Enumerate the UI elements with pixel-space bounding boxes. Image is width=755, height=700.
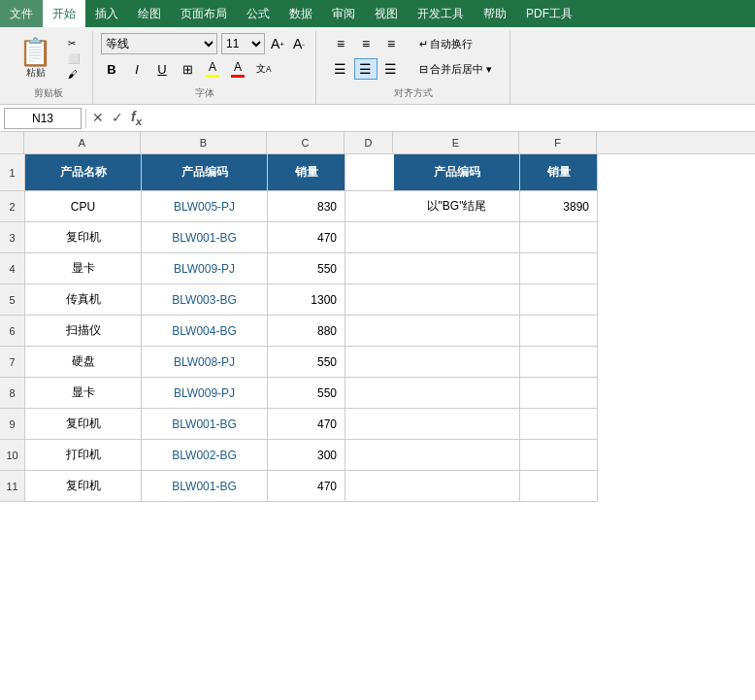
confirm-formula-icon[interactable]: ✓ bbox=[110, 110, 125, 125]
cell-8-B[interactable]: BLW009-PJ bbox=[142, 378, 268, 409]
cell-2-E[interactable]: 以"BG"结尾 bbox=[394, 191, 520, 222]
menu-review[interactable]: 审阅 bbox=[322, 0, 365, 27]
cell-2-D[interactable] bbox=[345, 191, 394, 222]
cell-8-D[interactable] bbox=[345, 378, 394, 409]
cell-7-F[interactable] bbox=[520, 347, 598, 378]
menu-insert[interactable]: 插入 bbox=[85, 0, 128, 27]
col-header-e[interactable]: E bbox=[393, 132, 519, 153]
cell-9-C[interactable]: 470 bbox=[268, 409, 345, 440]
cell-6-A[interactable]: 扫描仪 bbox=[25, 316, 142, 347]
align-top-button[interactable]: ≡ bbox=[329, 33, 352, 54]
cell-10-C[interactable]: 300 bbox=[268, 440, 345, 471]
cell-3-C[interactable]: 470 bbox=[268, 222, 345, 253]
align-center-button[interactable]: ☰ bbox=[354, 58, 378, 80]
row-header-8[interactable]: 8 bbox=[0, 378, 24, 409]
cell-6-E[interactable] bbox=[394, 316, 520, 347]
menu-file[interactable]: 文件 bbox=[0, 0, 43, 27]
cell-10-E[interactable] bbox=[394, 440, 520, 471]
cell-9-F[interactable] bbox=[520, 409, 598, 440]
row-header-6[interactable]: 6 bbox=[0, 316, 24, 347]
row-header-2[interactable]: 2 bbox=[0, 191, 24, 222]
row-header-7[interactable]: 7 bbox=[0, 347, 24, 378]
cell-11-F[interactable] bbox=[520, 471, 598, 502]
menu-home[interactable]: 开始 bbox=[43, 0, 85, 27]
cell-8-A[interactable]: 显卡 bbox=[25, 378, 142, 409]
cell-7-D[interactable] bbox=[345, 347, 394, 378]
menu-view[interactable]: 视图 bbox=[365, 0, 408, 27]
cell-1-B[interactable]: 产品编码 bbox=[142, 154, 268, 191]
cell-4-C[interactable]: 550 bbox=[268, 253, 345, 284]
menu-pdf[interactable]: PDF工具 bbox=[516, 0, 582, 27]
cell-6-D[interactable] bbox=[345, 316, 394, 347]
insert-function-icon[interactable]: fx bbox=[129, 109, 144, 127]
border-button[interactable]: ⊞ bbox=[177, 58, 198, 80]
cell-3-F[interactable] bbox=[520, 222, 598, 253]
cell-5-A[interactable]: 传真机 bbox=[25, 284, 142, 316]
font-name-select[interactable]: 等线 bbox=[101, 33, 217, 54]
cell-4-A[interactable]: 显卡 bbox=[25, 253, 142, 284]
cell-8-F[interactable] bbox=[520, 378, 598, 409]
cell-7-C[interactable]: 550 bbox=[268, 347, 345, 378]
underline-button[interactable]: U bbox=[151, 58, 173, 80]
row-header-3[interactable]: 3 bbox=[0, 222, 24, 253]
cell-10-D[interactable] bbox=[345, 440, 394, 471]
menu-draw[interactable]: 绘图 bbox=[128, 0, 171, 27]
font-size-increase-button[interactable]: A+ bbox=[269, 35, 286, 52]
cell-5-B[interactable]: BLW003-BG bbox=[142, 284, 268, 316]
cell-9-D[interactable] bbox=[345, 409, 394, 440]
format-painter-button[interactable]: 🖌 bbox=[63, 67, 84, 82]
col-header-c[interactable]: C bbox=[267, 132, 345, 153]
cell-3-B[interactable]: BLW001-BG bbox=[142, 222, 268, 253]
align-left-button[interactable]: ☰ bbox=[329, 58, 352, 80]
autowrap-button[interactable]: ↵ 自动换行 bbox=[414, 34, 477, 54]
merge-button[interactable]: ⊟ 合并后居中 ▾ bbox=[414, 59, 497, 80]
cell-1-A[interactable]: 产品名称 bbox=[25, 154, 142, 191]
cell-1-D[interactable] bbox=[345, 154, 394, 191]
font-settings-button[interactable]: 文A bbox=[252, 58, 276, 80]
cut-button[interactable]: ✂ bbox=[63, 36, 84, 50]
align-right-button[interactable]: ☰ bbox=[379, 58, 403, 80]
fill-color-button[interactable]: A bbox=[202, 58, 223, 80]
col-header-b[interactable]: B bbox=[141, 132, 267, 153]
cell-2-C[interactable]: 830 bbox=[268, 191, 345, 222]
col-header-f[interactable]: F bbox=[519, 132, 597, 153]
cell-2-B[interactable]: BLW005-PJ bbox=[142, 191, 268, 222]
row-header-1[interactable]: 1 bbox=[0, 154, 24, 191]
cell-11-A[interactable]: 复印机 bbox=[25, 471, 142, 502]
cell-7-E[interactable] bbox=[394, 347, 520, 378]
row-header-5[interactable]: 5 bbox=[0, 284, 24, 316]
cell-5-F[interactable] bbox=[520, 284, 598, 316]
cell-11-D[interactable] bbox=[345, 471, 394, 502]
cell-11-C[interactable]: 470 bbox=[268, 471, 345, 502]
cell-6-F[interactable] bbox=[520, 316, 598, 347]
cell-1-E[interactable]: 产品编码 bbox=[394, 154, 520, 191]
menu-formula[interactable]: 公式 bbox=[237, 0, 279, 27]
cell-7-B[interactable]: BLW008-PJ bbox=[142, 347, 268, 378]
cell-6-C[interactable]: 880 bbox=[268, 316, 345, 347]
cell-5-E[interactable] bbox=[394, 284, 520, 316]
cell-4-F[interactable] bbox=[520, 253, 598, 284]
row-header-4[interactable]: 4 bbox=[0, 253, 24, 284]
cell-4-D[interactable] bbox=[345, 253, 394, 284]
formula-input[interactable] bbox=[148, 108, 751, 129]
cell-3-E[interactable] bbox=[394, 222, 520, 253]
cell-3-D[interactable] bbox=[345, 222, 394, 253]
cell-8-C[interactable]: 550 bbox=[268, 378, 345, 409]
cell-3-A[interactable]: 复印机 bbox=[25, 222, 142, 253]
cell-11-B[interactable]: BLW001-BG bbox=[142, 471, 268, 502]
cell-10-B[interactable]: BLW002-BG bbox=[142, 440, 268, 471]
menu-data[interactable]: 数据 bbox=[279, 0, 322, 27]
cell-10-A[interactable]: 打印机 bbox=[25, 440, 142, 471]
cell-5-C[interactable]: 1300 bbox=[268, 284, 345, 316]
cell-9-A[interactable]: 复印机 bbox=[25, 409, 142, 440]
cell-2-F[interactable]: 3890 bbox=[520, 191, 598, 222]
font-size-select[interactable]: 11 bbox=[221, 33, 265, 54]
cell-7-A[interactable]: 硬盘 bbox=[25, 347, 142, 378]
font-size-decrease-button[interactable]: A- bbox=[290, 35, 308, 52]
copy-button[interactable]: ⬜ bbox=[63, 51, 84, 66]
bold-button[interactable]: B bbox=[101, 58, 122, 80]
paste-button[interactable]: 📋 粘贴 bbox=[12, 36, 59, 83]
cancel-formula-icon[interactable]: ✕ bbox=[90, 110, 106, 125]
cell-reference-box[interactable]: N13 bbox=[4, 108, 82, 129]
cell-1-C[interactable]: 销量 bbox=[268, 154, 345, 191]
